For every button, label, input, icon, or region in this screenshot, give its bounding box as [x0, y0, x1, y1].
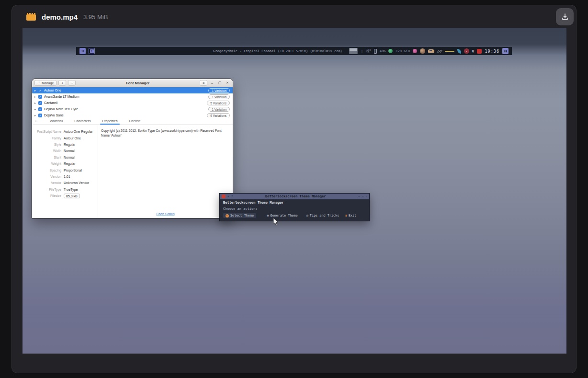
terminal-minimize-button[interactable]: –	[358, 195, 360, 198]
chevron-right-icon[interactable]: ▸	[34, 89, 38, 92]
terminal-app-icon	[222, 195, 226, 198]
checkbox-icon[interactable]: ✓	[38, 89, 42, 92]
user-avatar	[420, 48, 425, 54]
menu-dots-icon: ⋮	[361, 49, 363, 53]
video-frame[interactable]: 11 1 Gregorythmic - Tropical Channel (10…	[23, 28, 566, 354]
terminal-maximize-button[interactable]: ▫	[362, 195, 364, 198]
notification-counter: 135 16	[366, 49, 371, 54]
tab-dots-icon: ⁞	[35, 119, 36, 123]
phone-icon	[374, 49, 377, 54]
action-tips-and-tricks[interactable]: ◎ Tips and Tricks	[306, 214, 339, 218]
workspace-2-label: 1	[90, 49, 94, 53]
titlebar-left-glyph[interactable]: ÷	[227, 195, 229, 198]
properties-list: PostScript NameAutourOne-Regular FamilyA…	[32, 125, 98, 218]
preview-tab-bar: ⁞ Waterfall Characters Properties Licens…	[32, 117, 233, 125]
property-row: Version1.01	[32, 173, 98, 180]
font-manager-titlebar[interactable]: ⋮ Manage + − Font Manager ≡ – ▢ ✕	[32, 79, 233, 87]
tab-license[interactable]: License	[123, 117, 146, 125]
font-manager-window: ⋮ Manage + − Font Manager ≡ – ▢ ✕ ▸ ✓ Au…	[32, 79, 233, 218]
car-icon	[428, 49, 434, 53]
property-row: VendorUnknown Vendor	[32, 180, 98, 186]
palette-icon	[226, 214, 229, 218]
terminal-heading: Betterlockscreen Theme Manager	[223, 201, 366, 205]
disk-free-text: 128 GiB	[396, 49, 410, 53]
file-preview-card: demo.mp4 3.95 MiB 11 1 Gregorythmic - Tr…	[11, 5, 577, 373]
system-tray: ⋮ 135 16 40% 128 GiB /// ✕ ψ 19:36	[349, 48, 509, 54]
checkbox-icon[interactable]: ✓	[38, 114, 42, 117]
remove-font-button[interactable]: −	[68, 80, 76, 86]
property-row: StyleRegular	[32, 141, 98, 148]
properties-panel: PostScript NameAutourOne-Regular FamilyA…	[32, 125, 233, 218]
property-row: SpacingProportional	[32, 167, 98, 173]
counter-bottom: 16	[366, 51, 371, 54]
variation-count-badge: 1 Variation	[208, 94, 230, 99]
close-button[interactable]: ✕	[225, 81, 230, 85]
font-list: ▸ ✓ Autour One 1 Variation ▸ ✓ AvantGard…	[32, 87, 233, 117]
maximize-button[interactable]: ▢	[217, 81, 223, 85]
download-button[interactable]	[556, 8, 574, 25]
minimize-button[interactable]: –	[209, 81, 215, 85]
font-row-dejavu-sans[interactable]: ▸ ✓ DejaVu Sans 9 Variations	[32, 112, 233, 117]
action-select-theme[interactable]: Select Theme	[223, 213, 256, 218]
manage-dots-icon: ⋮	[37, 81, 41, 85]
mouse-cursor	[273, 218, 279, 226]
disk-status-icon	[388, 49, 393, 53]
action-exit[interactable]: ▮ Exit	[345, 214, 356, 218]
music-indicator-icon	[413, 49, 417, 53]
variation-count-badge: 1 Variation	[208, 88, 230, 93]
chevron-right-icon[interactable]: ▸	[34, 107, 38, 111]
checkbox-icon[interactable]: ✓	[38, 101, 42, 105]
font-row-cantarell[interactable]: ▸ ✓ Cantarell 5 Variations	[32, 100, 233, 106]
workspace-indicator-1[interactable]: 11	[79, 48, 86, 54]
checkbox-icon[interactable]: ✓	[38, 107, 42, 111]
action-menu: Select Theme ⚒ Generate Theme ◎ Tips and…	[223, 213, 366, 218]
designer-link[interactable]: Eben Sorkin	[98, 212, 233, 216]
now-playing-text: Gregorythmic - Tropical Channel (10 2011…	[213, 49, 342, 53]
info-icon: ◎	[306, 214, 308, 218]
terminal-close-button[interactable]: ·	[365, 195, 367, 198]
chevron-right-icon[interactable]: ▸	[34, 95, 38, 98]
workspace-indicator-2[interactable]: 1	[89, 48, 95, 54]
phone-battery-percent: 40%	[380, 49, 386, 53]
font-name: AvantGarde LT Medium	[44, 95, 79, 98]
theme-manager-titlebar[interactable]: ÷ ? Betterlockscreen Theme Manager – ▫ ·	[220, 194, 369, 199]
tools-icon: ⚒	[267, 214, 269, 218]
font-row-dejavu-math[interactable]: ▸ ✓ DejaVu Math TeX Gyre 1 Variation	[32, 106, 233, 112]
checkbox-icon[interactable]: ✓	[38, 95, 42, 99]
tab-waterfall[interactable]: Waterfall	[44, 117, 68, 125]
font-name: Autour One	[44, 89, 61, 92]
font-row-avantgarde[interactable]: ▸ ✓ AvantGarde LT Medium 1 Variation	[32, 93, 233, 100]
error-badge-icon: ✕	[464, 48, 469, 54]
action-generate-theme[interactable]: ⚒ Generate Theme	[267, 214, 298, 218]
tab-properties[interactable]: Properties	[97, 117, 124, 125]
variation-count-badge: 5 Variations	[207, 101, 230, 105]
separator-dash-icon	[445, 51, 454, 52]
property-row: FileTypeTrueType	[32, 186, 98, 193]
property-row: WeightRegular	[32, 160, 98, 167]
file-name: demo.mp4	[42, 13, 78, 21]
terminal-prompt: Choose an action:	[223, 207, 366, 211]
property-row: SlantNormal	[32, 154, 98, 160]
font-name: Cantarell	[44, 101, 57, 104]
menu-button[interactable]: ≡	[200, 80, 207, 86]
album-art-thumbnail	[349, 48, 358, 54]
add-font-button[interactable]: +	[58, 80, 66, 86]
titlebar-left-glyph-2[interactable]: ?	[231, 195, 233, 198]
app-launcher-icon[interactable]: ▮▮	[502, 48, 509, 54]
manage-label: Manage	[42, 81, 54, 85]
manage-button[interactable]: ⋮ Manage	[34, 80, 57, 86]
window-title: Font Manager	[78, 81, 197, 85]
property-row: FamilyAutour One	[32, 135, 98, 141]
filesize-badge: 85,3 kB	[64, 194, 80, 198]
property-row: WidthNormal	[32, 148, 98, 154]
status-bar: 11 1 Gregorythmic - Tropical Channel (10…	[76, 47, 512, 55]
font-row-autour-one[interactable]: ▸ ✓ Autour One 1 Variation	[32, 87, 233, 93]
video-file-icon	[26, 13, 36, 21]
font-name: DejaVu Sans	[44, 114, 64, 117]
record-icon	[477, 49, 482, 54]
hamburger-icon: ≡	[203, 81, 204, 85]
tab-characters[interactable]: Characters	[68, 117, 96, 125]
psi-symbol: ψ	[472, 49, 475, 53]
chevron-right-icon[interactable]: ▸	[34, 101, 38, 104]
chevron-right-icon[interactable]: ▸	[34, 114, 38, 117]
